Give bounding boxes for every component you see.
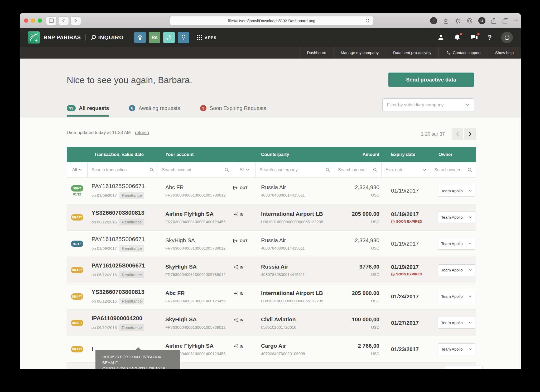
downloads-button[interactable] xyxy=(430,17,437,24)
search-owner-input[interactable]: Search owner xyxy=(430,162,476,177)
product-logo[interactable]: INQUIRO xyxy=(90,34,124,41)
app-tiles: Rs xyxy=(134,32,189,43)
tab-awaiting-requests[interactable]: 8 Awaiting requests xyxy=(129,105,180,117)
reload-icon[interactable] xyxy=(365,18,370,24)
status-badge: DRAFT xyxy=(71,346,83,352)
col-your-account: Your account xyxy=(158,147,233,162)
amount: 2,324,930 xyxy=(355,237,379,243)
idea-app-tile[interactable] xyxy=(178,32,189,43)
menu-show-help[interactable]: Show help xyxy=(488,47,521,59)
question-icon: ? xyxy=(488,34,492,42)
tab-soon-expiring-requests[interactable]: 3 Soon Expiring Requests xyxy=(200,105,266,117)
search-amount-input[interactable]: Search amount xyxy=(334,162,382,177)
route-icon xyxy=(166,34,172,41)
transaction-type-tag: Remittance xyxy=(119,298,144,304)
table-row[interactable]: SENT01/12 PAY161025S006671 on 01/09/2017… xyxy=(67,178,476,204)
browser-window: file:///Users/jbmvl/Downloads/C02-Dashbo… xyxy=(20,13,521,369)
filter-status-dropdown[interactable]: All xyxy=(67,162,88,177)
settings-button[interactable] xyxy=(455,18,461,24)
chevron-down-icon xyxy=(79,169,82,171)
profile-menu-button[interactable] xyxy=(437,34,444,41)
toolbar-right-icons: U + xyxy=(430,13,518,28)
address-bar[interactable]: file:///Users/jbmvl/Downloads/C02-Dashbo… xyxy=(170,16,373,26)
expiry-date: 01/19/2017 xyxy=(391,188,430,194)
home-app-tile[interactable] xyxy=(134,32,146,43)
messages-button[interactable] xyxy=(470,34,478,41)
pagination-prev-button[interactable] xyxy=(452,128,463,140)
product-name: INQUIRO xyxy=(98,34,124,41)
new-tab-button[interactable]: + xyxy=(514,17,518,25)
amount: 205 000.00 xyxy=(352,211,379,217)
tab-overview-button[interactable] xyxy=(502,18,509,24)
owner-dropdown[interactable]: Team Apollo xyxy=(438,291,475,302)
minimize-window-button[interactable] xyxy=(31,18,35,23)
menu-data-sent[interactable]: Data sent pro-actively xyxy=(386,47,438,59)
table-row[interactable]: DRAFT YS32660703800813 on 06/12/2016Remi… xyxy=(67,283,476,309)
refresh-link[interactable]: refresh xyxy=(135,130,149,135)
table-row[interactable]: DRAFT PAY161025S006671 on 06/12/2016Remi… xyxy=(67,257,476,283)
owner-dropdown[interactable]: Team Apollo xyxy=(438,343,475,355)
account-iban: FR7630004008130001005789012 xyxy=(165,246,233,250)
notifications-button[interactable] xyxy=(454,34,461,41)
hero-section: Nice to see you again, Barbara. Send pro… xyxy=(20,59,521,117)
owner-dropdown[interactable]: Team Apollo xyxy=(438,238,475,250)
bnp-logo[interactable] xyxy=(28,31,40,44)
forward-button[interactable] xyxy=(70,16,81,25)
apps-menu[interactable]: APPS xyxy=(197,35,216,40)
send-proactive-data-button[interactable]: Send proactive data xyxy=(388,73,474,87)
route-app-tile[interactable] xyxy=(163,32,175,43)
back-button[interactable] xyxy=(58,16,69,25)
transaction-type-tag: Remittance xyxy=(119,192,144,199)
logout-button[interactable] xyxy=(501,32,513,43)
tab-all-requests[interactable]: 33 All requests xyxy=(67,105,109,117)
table-row[interactable]: 01/17 PAY161025S006671 on 01/09/2017Remi… xyxy=(67,230,476,257)
table-row[interactable]: DRAFT IPA6110900004200 on 06/12/2016Remi… xyxy=(67,309,476,336)
search-icon xyxy=(373,168,377,172)
table-filter-row: All Search transaction Search account Al… xyxy=(67,162,476,178)
search-counterparty-input[interactable]: Search counterparty xyxy=(256,162,334,177)
expiry-date: 01/19/2017 xyxy=(391,264,430,270)
search-icon xyxy=(150,168,154,172)
counterparty-account: 40807840800014415611 xyxy=(261,246,334,250)
owner-dropdown[interactable]: Team Apollo xyxy=(438,185,475,197)
search-transaction-input[interactable]: Search transaction xyxy=(88,162,158,177)
search-account-input[interactable]: Search account xyxy=(158,162,233,177)
owner-dropdown[interactable]: Team Apollo xyxy=(438,212,475,223)
profile-button[interactable]: U xyxy=(478,17,485,24)
direction-in-icon xyxy=(233,291,238,295)
expiry-date-filter-dropdown[interactable]: Exp. date xyxy=(382,162,430,177)
menu-contact-support[interactable]: Contact support xyxy=(438,47,488,59)
share-button[interactable] xyxy=(491,18,497,24)
close-window-button[interactable] xyxy=(24,18,28,23)
subsidiary-filter-dropdown[interactable]: Filter by subsidiary company... xyxy=(382,98,474,111)
pagination-next-button[interactable] xyxy=(464,128,476,140)
owner-dropdown[interactable] xyxy=(445,366,483,369)
transaction-id: IPA6110900004200 xyxy=(91,315,158,322)
data-updated-status: Data updated today at 11:33 AM - refresh xyxy=(67,130,149,135)
soon-expired-warning: SOON EXPIRED xyxy=(391,272,430,276)
search-icon xyxy=(326,168,330,172)
rs-app-tile[interactable]: Rs xyxy=(149,32,160,43)
expiry-date: 01/23/2017 xyxy=(391,346,430,352)
help-button[interactable]: ? xyxy=(488,34,492,42)
value-date: on 01/09/2017 xyxy=(91,193,117,198)
menu-manage-company[interactable]: Manage my company xyxy=(334,47,386,59)
secondary-nav: Dashboard Manage my company Data sent pr… xyxy=(20,47,521,59)
expiry-date: 01/27/2017 xyxy=(391,320,430,326)
owner-dropdown[interactable]: Team Apollo xyxy=(438,317,475,329)
table-row[interactable]: DRAFT YS32660703800813 on 06/12/2016Remi… xyxy=(67,204,476,230)
filter-direction-dropdown[interactable]: All xyxy=(233,162,256,177)
zoom-window-button[interactable] xyxy=(38,18,42,23)
record-button[interactable] xyxy=(466,18,473,24)
chevron-down-icon xyxy=(469,348,472,350)
direction-in-icon xyxy=(233,212,238,216)
direction-label: OUT xyxy=(240,186,248,190)
menu-dashboard[interactable]: Dashboard xyxy=(300,47,333,59)
counterparty-account: 0505102001726016 xyxy=(261,325,334,329)
table-header: Transaction, value date Your account Cou… xyxy=(67,147,476,162)
owner-dropdown[interactable]: Team Apollo xyxy=(438,264,475,276)
all-requests-count-badge: 33 xyxy=(67,105,76,111)
col-counterparty: Counterparty xyxy=(256,147,334,162)
sidebar-toggle-button[interactable] xyxy=(46,16,57,25)
favorites-button[interactable] xyxy=(443,18,449,24)
